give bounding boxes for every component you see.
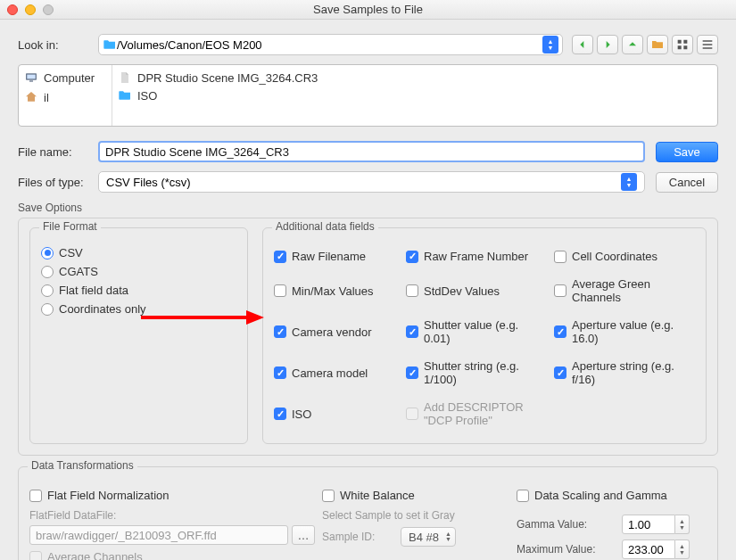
svg-rect-1 [27, 75, 35, 79]
radio-icon [41, 266, 54, 278]
radio-coordinates[interactable]: Coordinates only [41, 302, 236, 316]
radio-flat-field[interactable]: Flat field data [41, 284, 236, 297]
checkbox-label: Raw Frame Number [424, 250, 528, 263]
list-view-button[interactable] [697, 35, 718, 54]
checkbox-label: Average Green Channels [572, 277, 695, 304]
filetype-value: CSV Files (*csv) [106, 176, 191, 189]
dropdown-arrows-icon: ▲▼ [445, 531, 451, 542]
spinner-buttons[interactable]: ▲▼ [675, 539, 690, 559]
checkbox-label: Min/Max Values [292, 284, 374, 298]
filetype-select[interactable]: CSV Files (*csv) ▲▼ [98, 171, 645, 193]
lookin-path: /Volumes/Canon/EOS M200 [117, 38, 262, 52]
max-value-input[interactable] [622, 539, 675, 559]
white-balance-col: White Balance Select Sample to set it Gr… [322, 480, 509, 560]
checkbox-label: Aperture value (e.g. 16.0) [572, 318, 695, 345]
file-list-item[interactable]: ISO [118, 88, 712, 103]
checkbox-label: Flat Field Normalization [47, 489, 170, 502]
sample-id-label: Sample ID: [322, 531, 393, 543]
checkbox-icon [406, 408, 418, 420]
radio-icon [41, 303, 54, 316]
nav-back-button[interactable] [572, 35, 593, 54]
flatfield-datafile-input [29, 525, 288, 545]
checkbox-icon [554, 251, 566, 263]
max-value-spinner[interactable]: ▲▼ [622, 539, 690, 559]
checkbox-icon [274, 366, 286, 379]
file-list-item-label: DPR Studio Scene IMG_3264.CR3 [137, 71, 318, 85]
max-value-label: Maximum Value: [517, 543, 615, 556]
gamma-input[interactable] [622, 515, 675, 534]
white-balance-checkbox[interactable]: White Balance [322, 489, 509, 502]
field-checkbox[interactable]: Shutter string (e.g. 1/100) [406, 359, 547, 386]
sidebar-item-home[interactable]: il [24, 90, 106, 104]
data-scaling-checkbox[interactable]: Data Scaling and Gamma [517, 489, 707, 502]
file-format-legend: File Format [39, 220, 101, 233]
checkbox-icon [554, 284, 566, 297]
icon-view-button[interactable] [672, 35, 693, 54]
radio-csv[interactable]: CSV [41, 246, 236, 259]
arrow-up-icon [625, 37, 640, 52]
sidebar-item-label: il [44, 91, 49, 104]
browse-button[interactable]: … [292, 525, 315, 545]
save-button[interactable]: Save [656, 142, 718, 162]
field-checkbox[interactable]: Min/Max Values [274, 277, 399, 304]
sidebar-item-label: Computer [44, 71, 95, 85]
data-transforms-legend: Data Transformations [28, 459, 137, 472]
checkbox-label: Shutter value (e.g. 0.01) [424, 318, 547, 345]
nav-up-button[interactable] [622, 35, 643, 54]
arrow-left-icon [575, 37, 590, 52]
folder-icon [118, 88, 132, 103]
checkbox-label: StdDev Values [424, 284, 500, 298]
field-checkbox: Add DESCRIPTOR "DCP Profile" [406, 400, 547, 427]
avg-channels-checkbox: Average Channels [29, 550, 315, 560]
checkbox-icon [406, 284, 418, 297]
radio-icon [41, 247, 54, 259]
field-checkbox[interactable]: Camera model [274, 359, 399, 386]
flat-field-checkbox[interactable]: Flat Field Normalization [29, 489, 315, 502]
gamma-spinner[interactable]: ▲▼ [622, 515, 690, 534]
field-checkbox[interactable]: Raw Frame Number [406, 250, 547, 263]
checkbox-icon [274, 251, 286, 263]
field-checkbox[interactable]: Aperture value (e.g. 16.0) [554, 318, 695, 345]
field-checkbox[interactable]: Shutter value (e.g. 0.01) [406, 318, 547, 345]
checkbox-icon [554, 366, 566, 379]
checkbox-icon [29, 551, 42, 561]
cancel-button[interactable]: Cancel [656, 172, 718, 193]
field-checkbox[interactable]: Camera vendor [274, 318, 399, 345]
home-icon [24, 90, 38, 104]
checkbox-icon [406, 325, 418, 338]
checkbox-label: Add DESCRIPTOR "DCP Profile" [424, 400, 547, 427]
new-folder-button[interactable] [647, 35, 668, 54]
field-checkbox[interactable]: Average Green Channels [554, 277, 695, 304]
filename-input[interactable] [98, 141, 645, 162]
radio-label: CSV [59, 246, 83, 259]
flatfield-datafile-label: FlatField DataFile: [29, 509, 315, 522]
radio-icon [41, 284, 54, 297]
checkbox-icon [274, 325, 286, 338]
nav-forward-button[interactable] [597, 35, 618, 54]
lookin-select[interactable]: /Volumes/Canon/EOS M200 ▲▼ [98, 34, 563, 55]
checkbox-label: Cell Coordinates [572, 250, 657, 263]
save-options-panel: File Format CSV CGATS Flat field data Co… [18, 218, 718, 456]
field-checkbox[interactable]: Cell Coordinates [554, 250, 695, 263]
new-folder-icon [650, 37, 665, 52]
radio-label: CGATS [59, 265, 98, 278]
field-checkbox[interactable]: StdDev Values [406, 277, 547, 304]
file-icon [118, 70, 132, 85]
computer-icon [24, 70, 38, 85]
checkbox-label: Raw Filename [292, 250, 366, 263]
radio-cgats[interactable]: CGATS [41, 265, 236, 278]
checkbox-icon [517, 490, 529, 502]
wb-hint: Select Sample to set it Gray [322, 509, 509, 522]
sample-id-select[interactable]: B4 #8▲▼ [401, 527, 456, 547]
checkbox-icon [406, 251, 418, 263]
window-title: Save Samples to File [0, 3, 736, 16]
checkbox-icon [406, 366, 418, 379]
field-checkbox[interactable]: Raw Filename [274, 250, 399, 263]
dropdown-arrows-icon: ▲▼ [542, 36, 558, 54]
sidebar-item-computer[interactable]: Computer [24, 70, 106, 85]
spinner-buttons[interactable]: ▲▼ [675, 515, 690, 534]
field-checkbox[interactable]: ISO [274, 400, 399, 427]
file-list-item[interactable]: DPR Studio Scene IMG_3264.CR3 [118, 70, 712, 85]
field-checkbox[interactable]: Aperture string (e.g. f/16) [554, 359, 695, 386]
filetype-label: Files of type: [18, 176, 98, 189]
